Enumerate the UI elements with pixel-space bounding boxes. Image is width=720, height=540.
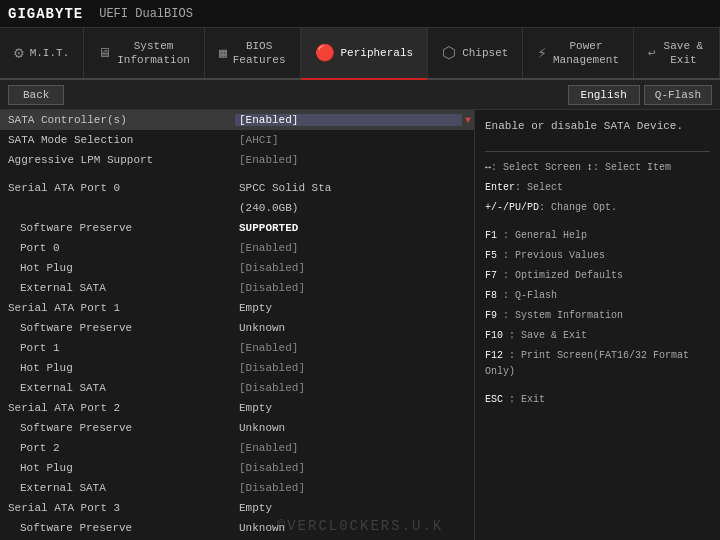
setting-value: [Enabled] [235,442,474,454]
setting-label: Software Preserve [0,522,235,534]
setting-label: Software Preserve [0,422,235,434]
tab-power-label2: Management [553,53,619,67]
setting-value: [Enabled] [235,242,474,254]
tab-system-label1: System [117,39,190,53]
power-icon: ⚡ [537,43,547,63]
setting-label: Hot Plug [0,362,235,374]
divider [485,151,710,152]
list-item[interactable]: Software Preserve Unknown [0,318,474,338]
tab-chipset-label: Chipset [462,46,508,60]
tab-mit[interactable]: ⚙ M.I.T. [0,28,84,78]
key-hint-f12: F12 : Print Screen(FAT16/32 Format Only) [485,348,710,380]
setting-label: External SATA [0,282,235,294]
tab-system-information[interactable]: 🖥 System Information [84,28,205,78]
list-item[interactable]: Port 1 [Enabled] [0,338,474,358]
setting-value: [Disabled] [235,262,474,274]
setting-value: SPCC Solid Sta [235,182,474,194]
tab-bios-label1: BIOS [233,39,286,53]
tab-mit-label: M.I.T. [30,46,70,60]
key-hint-select-screen: ↔: Select Screen ↕: Select Item [485,160,710,176]
setting-label: Port 1 [0,342,235,354]
setting-label: Hot Plug [0,462,235,474]
setting-value: (240.0GB) [235,202,474,214]
setting-value: [Disabled] [235,462,474,474]
setting-value: [Disabled] [235,482,474,494]
list-item: Serial ATA Port 0 SPCC Solid Sta [0,178,474,198]
tab-bios-label2: Features [233,53,286,67]
tab-chipset[interactable]: ⬡ Chipset [428,28,523,78]
setting-label: Port 0 [0,242,235,254]
setting-value: Empty [235,502,474,514]
list-item[interactable]: SATA Controller(s) [Enabled] ▼ [0,110,474,130]
key-hint-enter: Enter: Select [485,180,710,196]
key-hint-f10: F10 : Save & Exit [485,328,710,344]
list-item[interactable]: Software Preserve SUPPORTED [0,218,474,238]
tab-save-exit[interactable]: ↩ Save & Exit [634,28,720,78]
list-item[interactable]: Hot Plug [Disabled] [0,358,474,378]
setting-label: Serial ATA Port 0 [0,182,235,194]
list-item[interactable]: Port 0 [Enabled] [0,238,474,258]
back-button[interactable]: Back [8,85,64,105]
system-icon: 🖥 [98,46,111,61]
setting-label: Serial ATA Port 3 [0,502,235,514]
key-hint-f1: F1 : General Help [485,228,710,244]
tab-power-management[interactable]: ⚡ Power Management [523,28,634,78]
setting-value: [Enabled] [235,154,462,166]
peripherals-icon: 🔴 [315,43,335,63]
list-item[interactable]: Aggressive LPM Support [Enabled] [0,150,474,170]
key-hint-f7: F7 : Optimized Defaults [485,268,710,284]
tab-bios-features[interactable]: ▦ BIOS Features [205,28,301,78]
setting-value: Unknown [235,322,474,334]
setting-value: [Disabled] [235,362,474,374]
list-item: Serial ATA Port 1 Empty [0,298,474,318]
key-hint-f5: F5 : Previous Values [485,248,710,264]
save-icon: ↩ [648,45,656,61]
setting-value: [AHCI] [235,134,462,146]
setting-value: SUPPORTED [235,222,474,234]
bios-icon: ▦ [219,45,227,61]
setting-label: Aggressive LPM Support [0,154,235,166]
list-item[interactable]: External SATA [Disabled] [0,378,474,398]
list-item: Serial ATA Port 2 Empty [0,398,474,418]
list-item[interactable]: External SATA [Disabled] [0,478,474,498]
language-button[interactable]: English [568,85,640,105]
dual-bios-label: UEFI DualBIOS [99,7,193,21]
list-item[interactable]: External SATA [Disabled] [0,278,474,298]
qflash-button[interactable]: Q-Flash [644,85,712,105]
list-item[interactable]: Hot Plug [Disabled] [0,458,474,478]
nav-tabs: ⚙ M.I.T. 🖥 System Information ▦ BIOS Fea… [0,28,720,80]
top-bar: GIGABYTE UEFI DualBIOS [0,0,720,28]
setting-label: External SATA [0,482,235,494]
list-item[interactable]: Software Preserve Unknown [0,418,474,438]
chipset-icon: ⬡ [442,43,456,63]
setting-label: SATA Controller(s) [0,114,235,126]
right-help-panel: Enable or disable SATA Device. ↔: Select… [475,110,720,540]
key-hint-esc: ESC : Exit [485,392,710,408]
setting-label: Serial ATA Port 2 [0,402,235,414]
list-item[interactable]: Hot Plug [Disabled] [0,258,474,278]
setting-value: Empty [235,302,474,314]
setting-value: [Disabled] [235,282,474,294]
setting-label: External SATA [0,382,235,394]
list-item[interactable]: Port 2 [Enabled] [0,438,474,458]
tab-peripherals-label: Peripherals [341,46,414,60]
key-hint-change-opt: +/-/PU/PD: Change Opt. [485,200,710,216]
setting-value: [Disabled] [235,382,474,394]
setting-label: Hot Plug [0,262,235,274]
tab-power-label1: Power [553,39,619,53]
setting-label: Software Preserve [0,222,235,234]
settings-list: SATA Controller(s) [Enabled] ▼ SATA Mode… [0,110,475,540]
list-item: Serial ATA Port 3 Empty [0,498,474,518]
watermark: ©VERCL0CKERS.U.K [277,518,443,534]
brand-logo: GIGABYTE [8,6,83,22]
setting-value: Unknown [235,422,474,434]
list-item[interactable]: SATA Mode Selection [AHCI] [0,130,474,150]
key-hint-f8: F8 : Q-Flash [485,288,710,304]
setting-label: Software Preserve [0,322,235,334]
tab-peripherals[interactable]: 🔴 Peripherals [301,28,429,80]
list-item: (240.0GB) [0,198,474,218]
tab-save-label: Save & Exit [662,39,705,68]
main-area: SATA Controller(s) [Enabled] ▼ SATA Mode… [0,110,720,540]
key-hint-f9: F9 : System Information [485,308,710,324]
setting-value: [Enabled] [235,114,462,126]
